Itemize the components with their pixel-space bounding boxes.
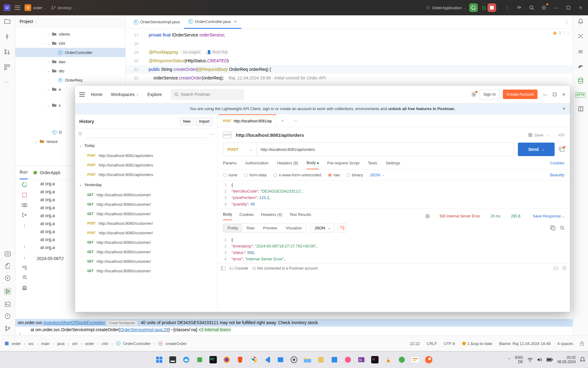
footer-panel-icon[interactable] <box>221 266 225 270</box>
search-response-icon[interactable] <box>560 226 564 230</box>
taskbar-postman-icon[interactable] <box>424 355 434 365</box>
print-icon[interactable] <box>22 286 27 290</box>
taskbar-app-icon[interactable] <box>410 355 420 365</box>
body-raw[interactable]: raw <box>328 173 340 177</box>
postman-search[interactable]: Search Postman <box>171 89 244 100</box>
file-encoding[interactable]: UTF-8 <box>444 341 455 346</box>
response-body[interactable]: 1{2 "timestamp": "2024-05-06T18:27:27.79… <box>217 236 570 263</box>
view-visualize[interactable]: Visualize <box>281 224 306 232</box>
history-item[interactable]: GEThttp://localhost:8080/customer/ <box>75 266 217 276</box>
usages-inlay[interactable]: no usages <box>181 50 202 55</box>
send-button[interactable]: Send⌄ <box>518 143 555 156</box>
breadcrumb[interactable]: createOrder <box>165 341 187 346</box>
subtab-params[interactable]: Params <box>223 161 237 169</box>
maximize-icon[interactable] <box>565 4 572 11</box>
add-tab-button[interactable]: ＋ <box>276 118 289 124</box>
filter-icon[interactable] <box>78 132 82 136</box>
history-filter-input[interactable] <box>85 131 207 138</box>
rerun-icon[interactable] <box>22 182 27 187</box>
request-body-editor[interactable]: 1{2 "itemSkuCode": "DE342GES34233111",3 … <box>217 181 570 209</box>
line-separator[interactable]: CRLF <box>427 341 437 346</box>
wrap-lines-icon[interactable] <box>338 223 347 232</box>
method-select[interactable]: POST⌄ <box>223 143 257 156</box>
history-item[interactable]: GEThttp://localhost:8080/customer/ <box>75 209 217 219</box>
minimize-icon[interactable]: — <box>543 92 547 97</box>
subtab-settings[interactable]: Settings <box>386 161 400 169</box>
postman-settings-icon[interactable] <box>471 92 477 97</box>
subtab-tests[interactable]: Tests <box>368 161 377 169</box>
exception-class-link[interactable]: InventoryShortOfStockException <box>43 320 105 325</box>
tray-chevron-icon[interactable]: ⌃ <box>508 358 511 362</box>
body-formdata[interactable]: form-data <box>244 173 267 177</box>
subtab-prereq[interactable]: Pre-request Script <box>327 161 360 169</box>
indent-info[interactable]: 4 spaces <box>557 341 573 346</box>
blame-annotation[interactable]: Blame: Raj 11.04.2024 18:49 <box>499 341 551 346</box>
taskbar-app-icon[interactable] <box>194 355 205 365</box>
breadcrumb[interactable]: java <box>57 341 65 346</box>
postman-nav-workspaces[interactable]: Workspaces⌄ <box>111 92 139 97</box>
language-indicator[interactable]: ENGDE <box>515 355 523 364</box>
postman-nav-home[interactable]: Home <box>91 92 102 97</box>
copy-response-icon[interactable] <box>550 225 555 230</box>
taskbar-onenote-icon[interactable]: N <box>356 355 367 365</box>
system-tray[interactable]: ⌃ ENGDE 20:3206.05.2024 <box>508 355 585 364</box>
rerun-button[interactable] <box>469 3 478 12</box>
resp-tab-body[interactable]: Body <box>223 212 232 220</box>
taskbar-app-icon[interactable] <box>289 355 299 365</box>
taskbar-app-icon[interactable] <box>397 355 407 365</box>
taskbar-intellij-icon[interactable]: IJ <box>370 355 380 365</box>
taskbar-vscode-icon[interactable] <box>262 355 272 365</box>
history-item[interactable]: GEThttp://localhost:8080/customer/ <box>75 238 217 247</box>
tab-orderserviceimpl[interactable]: COrderServiceImpl.java <box>129 15 184 29</box>
taskbar-vlc-icon[interactable] <box>383 355 394 365</box>
hamburger-icon[interactable] <box>14 4 21 11</box>
readonly-lock-icon[interactable] <box>580 341 584 346</box>
clock[interactable]: 20:3206.05.2024 <box>557 355 576 364</box>
cookies-link[interactable]: Cookies <box>550 161 564 169</box>
save-button[interactable]: Save⌄ <box>528 133 549 137</box>
body-none[interactable]: none <box>223 173 237 177</box>
response-view-segmented[interactable]: Pretty Raw Preview Visualize <box>223 224 306 232</box>
author-inlay[interactable]: 👤Rishi Raj <box>205 50 229 55</box>
down-arrow-icon[interactable]: ↓ <box>24 255 26 260</box>
signin-button[interactable]: Sign In <box>480 89 500 99</box>
taskbar-app-icon[interactable] <box>181 355 191 365</box>
history-item[interactable]: POSThttp://localhost:8081/api/orders <box>75 170 217 179</box>
view-preview[interactable]: Preview <box>259 224 281 232</box>
console-menu-icon[interactable]: ⋮ <box>22 223 27 228</box>
create-account-button[interactable]: Create Account <box>503 90 537 99</box>
history-item[interactable]: POSThttp://localhost:8080/customer/ <box>75 219 217 228</box>
maximize-icon[interactable] <box>553 93 556 96</box>
notifications-tray-icon[interactable] <box>580 357 585 362</box>
postman-nav-explore[interactable]: Explore <box>147 92 162 97</box>
breadcrumb[interactable]: main <box>41 341 50 346</box>
caret-position[interactable]: 22:22 <box>410 341 420 346</box>
git-status[interactable]: 1 Δ/up-to-date <box>462 341 492 346</box>
globe-icon[interactable] <box>425 214 430 218</box>
stop-button[interactable] <box>488 3 496 12</box>
footer-agent-status[interactable]: Not connected to a Postman account <box>252 266 318 270</box>
taskbar-pycharm-icon[interactable]: PC <box>208 355 218 365</box>
history-item[interactable]: POSThttp://localhost:8081/api/orders <box>75 151 217 160</box>
minimize-icon[interactable]: — <box>552 4 560 11</box>
footer-layout-icon[interactable] <box>554 266 558 270</box>
taskbar-app-icon[interactable] <box>329 355 340 365</box>
run-config-dropdown[interactable]: OrderApplication ⌄ <box>427 6 466 10</box>
subtab-auth[interactable]: Authorization <box>245 161 269 169</box>
code-editor[interactable]: 1 ⌃⌄ 17 private final IOrderService orde… <box>126 29 573 84</box>
create-breakpoint-hint[interactable]: Create breakpoint <box>107 320 137 326</box>
history-group-yesterday[interactable]: ⌄Yesterday <box>75 179 217 190</box>
history-item[interactable]: GEThttp://localhost:8080/customer/ <box>75 190 217 200</box>
tree-folder-dto[interactable]: ⌄dto <box>15 66 125 75</box>
settings-icon[interactable] <box>540 4 548 11</box>
stop-icon[interactable] <box>22 193 27 197</box>
search-everywhere-icon[interactable] <box>528 4 535 11</box>
breadcrumb[interactable]: OrderController <box>123 341 151 346</box>
run-app-tab[interactable]: OrderAppli <box>33 166 60 179</box>
debug-button[interactable] <box>480 4 488 11</box>
inspection-widget[interactable]: 1 ⌃⌄ <box>553 31 570 35</box>
env-icon[interactable] <box>559 147 564 152</box>
breadcrumb[interactable]: om <box>72 341 77 346</box>
subtab-headers[interactable]: Headers (9) <box>277 161 298 169</box>
branch-dropdown[interactable]: develop ⌄ <box>51 6 75 10</box>
